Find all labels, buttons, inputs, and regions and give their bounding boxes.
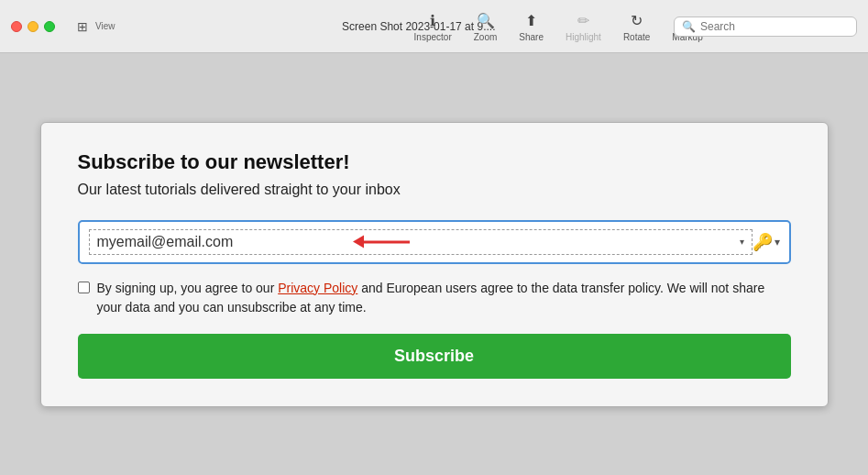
share-icon: ⬆	[525, 12, 537, 29]
search-input[interactable]	[700, 20, 829, 33]
search-box[interactable]: 🔍	[674, 17, 857, 37]
title-bar: ⊞ View Screen Shot 2023-01-17 at 9.... ℹ…	[0, 0, 868, 53]
content-area: Subscribe to our newsletter! Our latest …	[0, 53, 868, 475]
subscribe-button[interactable]: Subscribe	[78, 334, 791, 379]
privacy-policy-link[interactable]: Privacy Policy	[278, 281, 357, 295]
policy-checkbox[interactable]	[78, 282, 90, 293]
toolbar: ℹ Inspector 🔍 Zoom ⬆ Share ✏ Highlight ↻…	[403, 0, 714, 53]
rotate-button[interactable]: ↻ Rotate	[612, 8, 661, 46]
newsletter-subtitle: Our latest tutorials delivered straight …	[78, 182, 791, 198]
zoom-button[interactable]: 🔍 Zoom	[463, 8, 509, 46]
policy-row: By signing up, you agree to our Privacy …	[78, 279, 791, 317]
email-value: myemail@email.com	[97, 234, 736, 250]
policy-text: By signing up, you agree to our Privacy …	[97, 279, 791, 317]
email-input-inner[interactable]: myemail@email.com ▾	[89, 229, 753, 255]
highlight-icon: ✏	[577, 12, 589, 29]
search-area[interactable]: 🔍	[674, 17, 857, 37]
preview-window: Subscribe to our newsletter! Our latest …	[40, 122, 829, 407]
highlight-button[interactable]: ✏ Highlight	[555, 8, 612, 46]
rotate-icon: ↻	[631, 12, 643, 29]
key-icon: 🔑▾	[753, 232, 780, 252]
email-field-container: myemail@email.com ▾ 🔑▾	[78, 220, 791, 264]
dropdown-arrow-icon: ▾	[740, 237, 744, 247]
email-input-wrapper[interactable]: myemail@email.com ▾ 🔑▾	[78, 220, 791, 264]
search-icon: 🔍	[682, 20, 696, 33]
close-button[interactable]	[11, 21, 22, 32]
traffic-lights	[11, 21, 55, 32]
fullscreen-button[interactable]	[44, 21, 55, 32]
inspector-button[interactable]: ℹ Inspector	[403, 8, 463, 46]
minimize-button[interactable]	[27, 21, 38, 32]
share-button[interactable]: ⬆ Share	[508, 8, 555, 46]
zoom-out-icon: 🔍	[477, 12, 495, 29]
view-label: View	[95, 21, 115, 31]
newsletter-title: Subscribe to our newsletter!	[78, 150, 791, 174]
arrow-indicator	[364, 240, 410, 243]
view-icon: ⊞	[77, 19, 88, 34]
inspector-icon: ℹ	[430, 12, 435, 29]
